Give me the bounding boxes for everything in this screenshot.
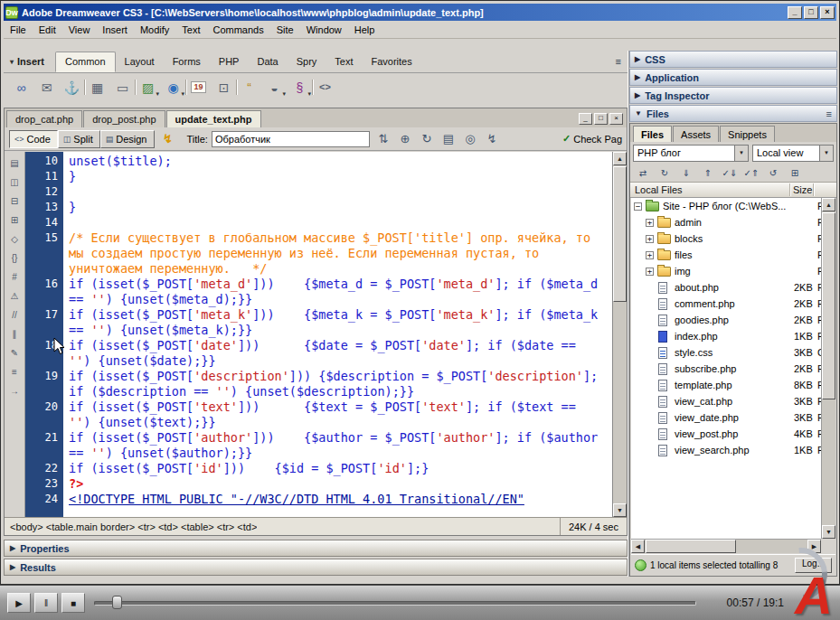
tree-item-goodies-php[interactable]: goodies.php2KBF [631,312,821,328]
menu-modify[interactable]: Modify [134,23,175,37]
preview-icon[interactable]: ⊕ [395,130,415,148]
wrap-tag-icon[interactable]: ✎ [6,346,23,359]
tree-item-files[interactable]: +filesF [631,247,821,263]
expand-plus-icon[interactable]: + [646,251,654,259]
tree-item-subscribe-php[interactable]: subscribe.php2KBF [631,361,821,377]
code-line-text[interactable]: if (isset($_POST['description'])) {$desc… [63,369,612,399]
files-vertical-scrollbar[interactable]: ▲ ▼ [821,198,835,539]
check-in-icon[interactable]: ✓⇑ [742,165,760,181]
tree-item-view-date-php[interactable]: view_date.php3KBF [631,409,821,426]
insert-tab-text[interactable]: Text [326,52,362,71]
scroll-up-icon[interactable]: ▲ [822,198,835,211]
insert-bar-collapse[interactable]: ▾ Insert [10,56,44,67]
code-line-text[interactable]: if (isset($_POST['author'])) {$author = … [63,430,612,461]
tree-item-admin[interactable]: +adminF [631,214,821,230]
doc-minimize-button[interactable]: _ [579,113,592,125]
expand-all-icon[interactable]: ⊞ [6,213,23,226]
seek-bar[interactable] [94,601,696,606]
code-navigator-icon[interactable]: ↯ [482,130,502,148]
scroll-down-icon[interactable]: ▼ [613,503,627,517]
files-panel-tab-snippets[interactable]: Snippets [720,126,775,142]
highlight-invalid-code-icon[interactable]: ⚠ [6,289,23,302]
select-parent-tag-icon[interactable]: ◇ [6,232,23,245]
scroll-down-icon[interactable]: ▼ [822,525,835,539]
tree-item-about-php[interactable]: about.php2KBF [631,279,821,296]
code-view-button[interactable]: <>Code [9,130,58,148]
hyperlink-icon[interactable]: ∞ [12,78,31,97]
insert-tab-data[interactable]: Data [248,52,287,71]
files-panel-tab-assets[interactable]: Assets [673,126,719,142]
tree-item-index-php[interactable]: index.php1KBF [631,328,821,344]
menu-insert[interactable]: Insert [96,23,134,37]
panel-group-css[interactable]: ▶CSS [629,51,837,68]
menu-window[interactable]: Window [300,23,348,37]
code-line-text[interactable]: } [63,169,612,184]
named-anchor-icon[interactable]: ⚓ [62,78,81,97]
menu-file[interactable]: File [4,23,33,37]
code-line-text[interactable]: if (isset($_POST['text'])) {$text = $_PO… [63,399,612,430]
play-button[interactable]: ▶ [7,593,31,613]
menu-edit[interactable]: Edit [33,23,62,37]
scrollbar-thumb[interactable] [822,212,835,399]
panel-menu-icon[interactable]: ≡ [826,108,832,119]
code-line-text[interactable] [63,215,612,230]
doc-tab-update_text-php[interactable]: update_text.php [166,110,261,127]
code-view[interactable]: 10unset($title);11}12 13}14 15/* Если су… [25,152,612,517]
expand-plus-icon[interactable]: + [646,235,654,243]
doc-restore-button[interactable]: □ [594,113,608,125]
line-numbers-icon[interactable]: # [6,270,23,283]
code-line-text[interactable] [63,184,612,200]
minimize-button[interactable]: _ [788,6,802,19]
collapse-full-tag-icon[interactable]: ◫ [6,175,23,188]
tree-item-style-css[interactable]: style.css3KBC [631,344,821,361]
code-line-text[interactable]: <!DOCTYPE HTML PUBLIC "-//W3C//DTD HTML … [63,492,612,507]
expand-plus-icon[interactable]: + [646,219,654,227]
insert-tab-spry[interactable]: Spry [288,52,326,71]
maximize-button[interactable]: □ [804,6,818,19]
tree-item-view-search-php[interactable]: view_search.php1KBF [631,442,821,458]
code-line-text[interactable]: if (isset($_POST['id'])) {$id = $_POST['… [63,461,612,476]
pause-button[interactable]: ‖ [34,593,58,613]
doc-tab-drop_cat-php[interactable]: drop_cat.php [6,110,82,127]
insert-div-icon[interactable]: ▭ [113,78,132,97]
insert-bar-menu-icon[interactable]: ≡ [616,56,621,67]
view-options-icon[interactable]: ▤ [439,130,458,148]
menu-commands[interactable]: Commands [206,23,269,37]
connect-icon[interactable]: ⇄ [634,165,652,181]
tree-item-site-php-блог-c-webs-[interactable]: −Site - PHP блог (C:\WebS...F [631,198,821,214]
file-management-icon[interactable]: ⇅ [373,130,393,148]
doc-close-button[interactable]: × [609,113,623,125]
panel-group-tag-inspector[interactable]: ▶Tag Inspector [629,87,837,104]
titlebar[interactable]: Dw Adobe Dreamweaver CS3 - [C:\WebServer… [4,4,836,21]
remove-comment-icon[interactable]: ∥ [6,327,23,340]
results-panel-header[interactable]: ▶ Results [4,559,628,576]
table-icon[interactable]: ▦ [88,78,107,97]
collapse-selection-icon[interactable]: ⊟ [6,194,23,207]
files-column-header[interactable]: Local Files Size [630,183,836,198]
seek-knob[interactable] [112,596,122,609]
recent-snippets-icon[interactable]: ≡ [6,365,23,378]
scrollbar-thumb[interactable] [613,166,627,302]
check-out-icon[interactable]: ✓⇓ [721,165,739,181]
script-icon[interactable]: §▾ [290,78,309,97]
panel-group-files[interactable]: ▼Files≡ [629,105,837,122]
expand-plus-icon[interactable]: + [646,268,654,276]
open-documents-icon[interactable]: ▤ [6,156,23,169]
code-line-text[interactable]: if (isset($_POST['meta_d'])) {$meta_d = … [63,277,612,307]
tree-item-template-php[interactable]: template.php8KBF [631,377,821,393]
indent-code-icon[interactable]: → [6,384,23,397]
files-panel-tab-files[interactable]: Files [633,126,672,142]
tree-item-view-cat-php[interactable]: view_cat.php3KBF [631,393,821,409]
view-select[interactable]: Local view ▼ [752,145,834,162]
insert-tab-common[interactable]: Common [55,52,116,72]
code-line-text[interactable]: if (isset($_POST['date'])) {$date = $_PO… [63,338,612,369]
refresh-icon[interactable]: ↻ [417,130,437,148]
server-include-icon[interactable]: ⊡ [214,78,233,97]
chevron-down-icon[interactable]: ▼ [734,146,748,161]
insert-tab-forms[interactable]: Forms [164,52,210,71]
tree-item-img[interactable]: +imgF [631,263,821,279]
head-tags-icon[interactable]: ◒▾ [265,78,284,97]
site-select[interactable]: PHP блог ▼ [633,145,749,162]
scrollbar-thumb[interactable] [646,540,736,553]
menu-site[interactable]: Site [270,23,300,37]
